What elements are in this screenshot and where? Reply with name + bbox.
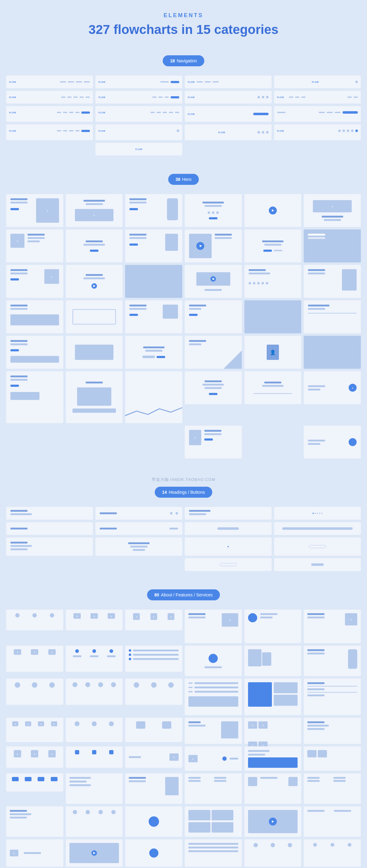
logo: FLOW [98, 81, 106, 83]
hero-card [6, 265, 63, 298]
feat-card [125, 610, 182, 630]
logo: FLOW [9, 112, 16, 114]
feat-card [244, 646, 302, 676]
hero-card [304, 229, 361, 262]
logo: FLOW [98, 96, 106, 98]
hero-card [66, 336, 123, 369]
hero-card [66, 300, 123, 333]
category-pill-feat: 80About / Features / Services [147, 589, 220, 600]
hero-card [66, 265, 123, 298]
hero-card [304, 426, 361, 459]
nav-card: FLOW [95, 106, 182, 122]
nav-card: FLOW [95, 91, 182, 103]
feat-card [125, 806, 182, 837]
logo: FLOW [312, 81, 319, 83]
section-features: 80About / Features / Services [6, 589, 361, 868]
logo: FLOW [218, 131, 225, 133]
feat-card [304, 806, 361, 837]
hero-card [6, 371, 63, 423]
nav-grid: FLOW FLOW FLOW FLOW FLOW FLOW FLOW FLOW … [6, 75, 361, 156]
logo: FLOW [188, 113, 195, 115]
nav-card: FLOW [185, 75, 272, 88]
feat-card [185, 806, 242, 837]
nav-card: FLOW [274, 91, 361, 103]
section-headings: 14Headings / Buttons [6, 487, 361, 571]
feat-card [6, 839, 63, 867]
feat-card [66, 679, 123, 705]
hero-card [304, 265, 361, 298]
head-card [185, 507, 272, 520]
hero-card [304, 336, 361, 369]
category-pill-hero: 38Hero [168, 174, 199, 185]
head-card [185, 522, 272, 535]
feat-card [304, 718, 361, 744]
hero-card [6, 229, 63, 262]
feat-card [66, 746, 123, 768]
hero-grid: 👤 [6, 194, 361, 459]
hero-card [66, 194, 123, 227]
feat-card [185, 610, 242, 643]
category-pill-nav: 18Navigation [163, 55, 204, 66]
feat-card [244, 718, 302, 744]
eyebrow: ELEMENTS [6, 12, 361, 19]
hero-card [185, 426, 242, 459]
feat-card [244, 773, 302, 804]
feat-card [304, 746, 361, 771]
logo: FLOW [98, 112, 106, 114]
nav-card: FLOW [95, 75, 182, 88]
feat-card [244, 839, 302, 867]
feat-card [66, 839, 123, 867]
feat-card [244, 679, 302, 715]
feat-card [244, 610, 302, 643]
feat-card [6, 610, 63, 630]
play-icon [91, 283, 97, 289]
hero-card: 👤 [244, 336, 302, 369]
feat-card [66, 646, 123, 672]
logo: FLOW [136, 148, 143, 150]
hero-card [66, 371, 123, 423]
section-hero: 38Hero 👤 [6, 174, 361, 459]
nav-card: FLOW [274, 124, 361, 140]
hero-card [304, 300, 361, 333]
head-card [95, 507, 182, 520]
nav-card: FLOW [185, 124, 272, 140]
nav-card: FLOW [274, 75, 361, 88]
feat-card [244, 806, 302, 837]
head-card [274, 558, 361, 571]
hero-card [304, 194, 361, 227]
nav-card: FLOW [6, 75, 93, 88]
hero-card [244, 229, 302, 262]
logo: FLOW [9, 96, 16, 98]
feat-card [66, 718, 123, 742]
nav-card: FLOW [95, 124, 182, 140]
feat-card [185, 746, 242, 771]
section-navigation: 18Navigation FLOW FLOW FLOW FLOW FLOW FL… [6, 55, 361, 156]
watermark: 早道大咖 IAMDK.TAOBAO.COM [6, 477, 361, 483]
feat-grid [6, 610, 361, 868]
head-card [6, 507, 93, 520]
hero-card [125, 371, 182, 423]
hero-card [125, 336, 182, 369]
feat-card [244, 746, 302, 771]
nav-card: FLOW [6, 106, 93, 122]
head-grid [6, 507, 361, 571]
head-card [274, 522, 361, 535]
feat-card [6, 746, 63, 768]
logo: FLOW [188, 96, 195, 98]
logo: FLOW [277, 130, 284, 132]
head-card [6, 537, 93, 556]
feat-card [304, 773, 361, 804]
feat-card [6, 806, 63, 837]
head-card [185, 558, 272, 571]
head-card [6, 522, 93, 535]
hero-card [185, 371, 242, 404]
feat-card [125, 839, 182, 867]
logo: FLOW [277, 96, 284, 98]
play-icon [196, 242, 204, 250]
play-icon [210, 276, 216, 282]
nav-card: FLOW [95, 143, 182, 156]
feat-card [185, 718, 242, 744]
nav-card: FLOW [6, 91, 93, 103]
nav-card: FLOW [185, 106, 272, 122]
hero-card [125, 300, 182, 333]
